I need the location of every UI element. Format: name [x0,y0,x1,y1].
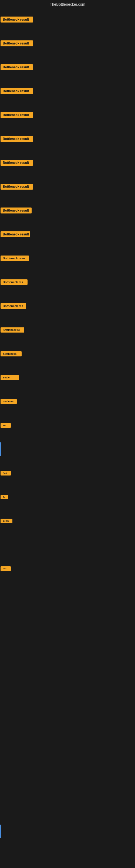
bottleneck-badge-9: Bottleneck result [1,208,32,214]
bottleneck-row-6: Bottleneck result [0,127,135,151]
bottleneck-row-4: Bottleneck result [0,79,135,103]
bottleneck-row-11: Bottleneck resu [0,246,135,270]
bottleneck-row-14: Bottleneck re [0,318,135,342]
bottleneck-row-10: Bottleneck result [0,222,135,246]
site-header: TheBottlenecker.com [0,0,135,8]
cursor-indicator-19 [0,442,1,456]
bottleneck-row-23-empty [0,533,135,557]
bottleneck-row-1: Bottleneck result [0,8,135,31]
final-empty-space [0,843,135,868]
bottleneck-badge-13: Bottleneck res [1,303,26,309]
bottleneck-badge-18: Bot [1,423,11,428]
bottleneck-row-21: Bo [0,485,135,509]
bottleneck-row-15: Bottleneck [0,342,135,366]
bottleneck-badge-2: Bottleneck result [1,40,33,46]
bottleneck-badge-16: Bottle [1,375,19,380]
bottleneck-badge-22: Bottle [1,519,12,523]
bottleneck-badge-24: Bot [1,566,11,571]
bottleneck-row-8: Bottleneck result [0,175,135,198]
bottleneck-row-5: Bottleneck result [0,103,135,127]
bottleneck-badge-4: Bottleneck result [1,88,33,94]
bottleneck-badge-20: Bott [1,471,11,475]
bottleneck-badge-14: Bottleneck re [1,328,24,333]
bottom-cursor-indicator [0,825,1,838]
bottleneck-row-18: Bot [0,413,135,437]
bottleneck-badge-21: Bo [1,495,8,499]
bottleneck-row-16: Bottle [0,366,135,390]
bottleneck-badge-10: Bottleneck result [1,231,30,237]
site-title: TheBottlenecker.com [0,0,135,8]
bottleneck-row-2: Bottleneck result [0,31,135,55]
bottleneck-badge-11: Bottleneck resu [1,255,29,261]
bottleneck-row-13: Bottleneck res [0,294,135,318]
bottleneck-row-22: Bottle [0,509,135,533]
bottleneck-badge-5: Bottleneck result [1,112,33,118]
bottleneck-badge-8: Bottleneck result [1,184,33,190]
bottleneck-badge-3: Bottleneck result [1,64,33,70]
bottleneck-badge-7: Bottleneck result [1,160,33,166]
bottleneck-row-12: Bottleneck res [0,270,135,294]
bottleneck-badge-17: Bottlenec [1,399,17,404]
bottleneck-badge-1: Bottleneck result [1,17,33,23]
bottleneck-row-19 [0,437,135,461]
bottleneck-row-9: Bottleneck result [0,198,135,222]
bottleneck-badge-15: Bottleneck [1,351,21,356]
bottleneck-row-3: Bottleneck result [0,55,135,79]
empty-section [0,581,135,819]
bottleneck-badge-6: Bottleneck result [1,136,33,142]
bottleneck-row-7: Bottleneck result [0,151,135,175]
bottleneck-row-20: Bott [0,461,135,485]
bottleneck-badge-12: Bottleneck res [1,279,28,285]
bottleneck-row-17: Bottlenec [0,390,135,413]
bottom-cursor-row [0,819,135,843]
bottleneck-row-24: Bot [0,557,135,581]
